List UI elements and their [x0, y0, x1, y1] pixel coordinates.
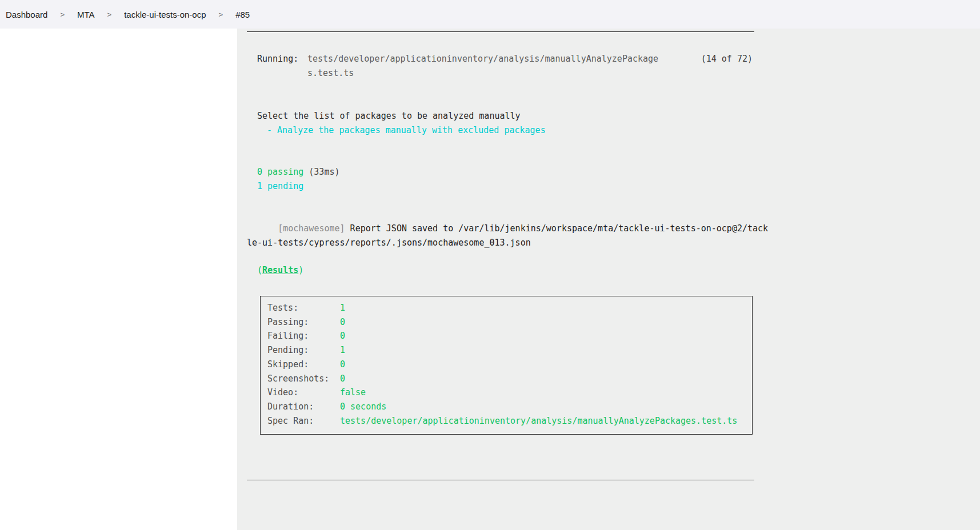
summary-row-duration: Duration: 0 seconds [267, 400, 746, 414]
breadcrumb-item-dashboard[interactable]: Dashboard [6, 10, 47, 19]
summary-row-passing: Passing: 0 [267, 315, 746, 330]
summary-label: Failing: [267, 329, 340, 343]
mochawesome-tag: [mochawesome] [278, 223, 345, 234]
breadcrumb-item-job[interactable]: tackle-ui-tests-on-ocp [124, 10, 206, 19]
summary-value: 0 seconds [340, 400, 386, 414]
results-heading: (Results) [257, 263, 303, 278]
summary-label: Spec Ran: [267, 414, 340, 428]
running-spec-path: tests/developer/applicationinventory/ana… [307, 52, 666, 81]
passing-summary-line: 0 passing (33ms) [257, 165, 340, 179]
summary-value: 0 [340, 329, 345, 343]
summary-value: 0 [340, 358, 345, 372]
summary-row-pending: Pending: 1 [267, 343, 746, 358]
results-close-paren: ) [298, 265, 303, 275]
passing-duration: (33ms) [309, 167, 339, 177]
summary-label: Duration: [267, 400, 340, 414]
breadcrumb-item-build-number[interactable]: #85 [235, 10, 250, 19]
running-progress: (14 of 72) [701, 52, 753, 66]
summary-row-screenshots: Screenshots: 0 [267, 372, 746, 386]
results-label: Results [262, 265, 298, 275]
suite-title: Select the list of packages to be analyz… [257, 109, 521, 123]
summary-value: false [340, 386, 366, 400]
summary-value: 1 [340, 343, 345, 358]
summary-row-skipped: Skipped: 0 [267, 358, 746, 372]
summary-row-video: Video: false [267, 386, 746, 400]
summary-label: Screenshots: [267, 372, 340, 386]
running-label: Running: [257, 52, 307, 66]
spec-divider-top [247, 31, 754, 32]
console-output-panel: Running: tests/developer/applicationinve… [237, 0, 980, 530]
summary-row-spec-ran: Spec Ran: tests/developer/applicationinv… [267, 414, 746, 428]
chevron-right-icon: > [107, 10, 112, 19]
summary-row-failing: Failing: 0 [267, 329, 746, 343]
summary-value: tests/developer/applicationinventory/ana… [340, 414, 737, 428]
summary-row-tests: Tests: 1 [267, 301, 746, 315]
results-open-paren: ( [257, 265, 262, 275]
pending-count-line: 1 pending [257, 179, 303, 194]
breadcrumb-item-mta[interactable]: MTA [77, 10, 95, 19]
sidebar-empty [0, 29, 237, 530]
breadcrumb: Dashboard > MTA > tackle-ui-tests-on-ocp… [0, 0, 980, 29]
pending-test-item: - Analyze the packages manually with exc… [267, 123, 546, 138]
results-summary-box: Tests: 1 Passing: 0 Failing: 0 Pending: … [260, 296, 753, 435]
summary-label: Pending: [267, 343, 340, 358]
chevron-right-icon: > [60, 10, 65, 19]
summary-value: 0 [340, 372, 345, 386]
running-spec-line: Running: tests/developer/applicationinve… [257, 52, 753, 81]
summary-label: Skipped: [267, 358, 340, 372]
mochawesome-report-line: [mochawesome] Report JSON saved to /var/… [247, 207, 770, 264]
passing-count: 0 passing [257, 167, 303, 177]
jenkins-console-page: Running: tests/developer/applicationinve… [0, 0, 980, 530]
summary-label: Passing: [267, 315, 340, 330]
passing-duration-text: (33ms) [309, 167, 339, 177]
summary-value: 0 [340, 315, 345, 330]
spec-divider-bottom [247, 480, 754, 480]
chevron-right-icon: > [219, 10, 223, 19]
summary-value: 1 [340, 301, 345, 315]
summary-label: Video: [267, 386, 340, 400]
summary-label: Tests: [267, 301, 340, 315]
